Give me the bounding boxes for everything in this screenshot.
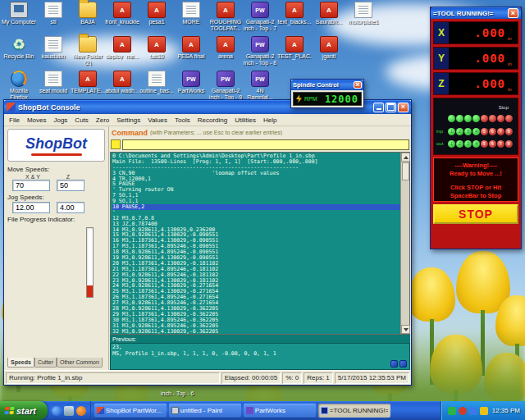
desktop-icon-label: kaustubh xyxy=(36,53,71,60)
pdf-icon: A xyxy=(113,71,131,87)
desktop-icon[interactable]: BAJA xyxy=(71,2,105,32)
tray-antivirus-icon[interactable] xyxy=(448,407,456,415)
scroll-thumb[interactable] xyxy=(402,162,409,180)
file-progress-label: File Progress Indicator: xyxy=(7,216,105,223)
menu-help[interactable]: Help xyxy=(260,116,280,125)
desktop-icon[interactable]: outline_bas... xyxy=(139,71,174,101)
clock: 12:35 PM xyxy=(492,407,520,414)
gcode-console[interactable]: 0 C:\Documents and Settings\Admin\Deskto… xyxy=(111,153,400,334)
media-icon[interactable] xyxy=(390,360,398,368)
tray-network-icon[interactable] xyxy=(469,407,477,415)
stop-indicator-label: Stop xyxy=(436,105,515,110)
desktop-icon-label: text_blacks... xyxy=(277,19,312,25)
menu-zero[interactable]: Zero xyxy=(93,116,112,125)
menu-moves[interactable]: Moves xyxy=(24,116,50,125)
command-marker-button[interactable] xyxy=(111,139,121,149)
task-button-area: ShopBot PartWor...untitled - PaintPartWo… xyxy=(91,401,441,420)
desktop-icon[interactable]: ASaurabh... xyxy=(312,2,346,32)
desktop-icon-label: Ganapati-2 inch - Top - 8 xyxy=(243,53,277,66)
desktop-icon[interactable]: seat mould xyxy=(36,71,71,101)
quick-launch-desktop-icon[interactable] xyxy=(64,406,74,416)
desktop-icon[interactable]: ♻Recycle Bin xyxy=(2,36,36,66)
pw-icon: PW xyxy=(251,71,269,87)
console-line: 26 M3,1.187361,4.895246,-0.271654 xyxy=(112,294,400,300)
console-scrollbar[interactable] xyxy=(400,153,409,334)
desktop-icon[interactable]: Atext_blacks... xyxy=(277,2,312,32)
taskbar-button[interactable]: =TOOL RUNNING!= xyxy=(318,404,390,418)
desktop-icon[interactable]: APESA final xyxy=(174,36,208,66)
desktop-icon[interactable]: Afront_knuckle xyxy=(105,2,139,32)
desktop-icon[interactable]: PWGanapati-2 inch - Top - 7 xyxy=(243,2,277,32)
panel-tabs: SpeedsCutterOther Common xyxy=(7,358,105,368)
menu-utilities[interactable]: Utilities xyxy=(231,116,259,125)
close-icon[interactable] xyxy=(508,8,518,18)
tab-cutter[interactable]: Cutter xyxy=(34,358,57,368)
desktop-icon[interactable]: ATEMPLATE... xyxy=(71,71,105,101)
tray-volume-icon[interactable] xyxy=(480,407,488,415)
desktop-icon[interactable]: Afab10 xyxy=(139,36,174,66)
menu-file[interactable]: File xyxy=(6,116,23,125)
menu-recording[interactable]: Recording xyxy=(194,116,231,125)
desktop-icon[interactable]: ATEST_PLAC... xyxy=(277,36,312,66)
tool-running-titlebar[interactable]: =TOOL RUNNING!= xyxy=(431,7,521,19)
desktop-icon[interactable]: motorplate1 xyxy=(346,2,381,32)
desktop-icon[interactable]: PWPartWorks xyxy=(174,71,208,101)
desktop-icon-label: MORE xyxy=(174,19,208,25)
desktop-icon[interactable]: MORE xyxy=(174,2,208,32)
spindle-power-icon xyxy=(296,95,302,103)
taskbar: start ShopBot PartWor...untitled - Paint… xyxy=(0,401,525,420)
menu-tools[interactable]: Tools xyxy=(171,116,194,125)
close-icon[interactable] xyxy=(398,103,409,112)
desktop-icon[interactable]: Aarena xyxy=(208,36,243,66)
tab-other-common[interactable]: Other Common xyxy=(57,358,103,368)
stop-button[interactable]: STOP xyxy=(433,204,518,224)
desktop-icon[interactable]: Mozilla Firefox xyxy=(2,71,36,101)
spindle-titlebar[interactable]: Spindle Control xyxy=(291,80,363,90)
command-input[interactable] xyxy=(122,139,409,150)
tab-speeds[interactable]: Speeds xyxy=(7,358,34,368)
desktop-icon[interactable]: PWGanapati-2 inch - Top - 9 xyxy=(208,71,243,101)
move-speed-z-field[interactable]: 50 xyxy=(57,180,84,191)
desktop-icon[interactable]: Adeploy_me... xyxy=(105,36,139,66)
scroll-down-icon[interactable] xyxy=(401,325,410,334)
pdf-icon: A xyxy=(320,2,338,18)
minimize-icon[interactable] xyxy=(373,103,384,112)
tray-status-icon[interactable] xyxy=(459,407,467,415)
media-icon[interactable] xyxy=(399,360,407,368)
close-icon[interactable] xyxy=(354,81,362,89)
menu-values[interactable]: Values xyxy=(144,116,171,125)
desktop-icon[interactable]: kaustubh xyxy=(36,36,71,66)
desktop-icon[interactable]: AROUGHING TOOLPAT... xyxy=(208,2,243,32)
desktop-icon[interactable]: Ajganti xyxy=(312,36,346,66)
jog-speed-z-field[interactable]: 4.00 xyxy=(57,202,84,213)
taskbar-button[interactable]: ShopBot PartWor... xyxy=(94,404,167,418)
jog-speed-xy-field[interactable]: 12.00 xyxy=(12,202,50,213)
taskbar-button[interactable]: PartWorks xyxy=(244,404,316,418)
pdf-icon: A xyxy=(217,2,235,18)
status-percent: %: 0 xyxy=(282,372,302,384)
taskbar-button[interactable]: untitled - Paint xyxy=(169,404,241,418)
control-panel: ShopBot Move Speeds: X & Y Z 70 50 Jog S… xyxy=(4,126,109,370)
quick-launch-firefox-icon[interactable] xyxy=(76,406,86,416)
desktop-icon[interactable]: Aabdul wadh... xyxy=(105,71,139,101)
maximize-icon[interactable] xyxy=(386,103,396,112)
menu-jogs[interactable]: Jogs xyxy=(50,116,71,125)
io-led: 6 xyxy=(489,140,496,148)
desktop-icon[interactable]: My Computer xyxy=(2,2,36,32)
command-hint: (with Parameters; ... use Esc to clear e… xyxy=(150,130,282,135)
quick-launch-ie-icon[interactable] xyxy=(52,406,62,416)
input-leds-label: inp xyxy=(436,129,447,134)
start-button[interactable]: start xyxy=(0,401,48,420)
desktop-icon[interactable]: PWGanapati-2 inch - Top - 8 xyxy=(243,36,277,66)
axis-value: .000 xyxy=(449,73,508,94)
desktop-icon[interactable]: PW4N Ramnlal... xyxy=(243,71,277,101)
scroll-up-icon[interactable] xyxy=(401,153,410,162)
console-line: 32 M3,0.928611,4.130029,-0.362205 xyxy=(112,329,400,334)
menu-settings[interactable]: Settings xyxy=(113,116,144,125)
menu-cuts[interactable]: Cuts xyxy=(71,116,91,125)
desktop-icon[interactable]: Apesa1 xyxy=(139,2,174,32)
desktop-icon[interactable]: New Folder (2) xyxy=(71,36,105,66)
move-speed-xy-field[interactable]: 70 xyxy=(12,180,50,191)
desktop-icon[interactable]: sti xyxy=(36,2,71,32)
console-line: 13 JZ,0.787400 xyxy=(112,221,400,227)
